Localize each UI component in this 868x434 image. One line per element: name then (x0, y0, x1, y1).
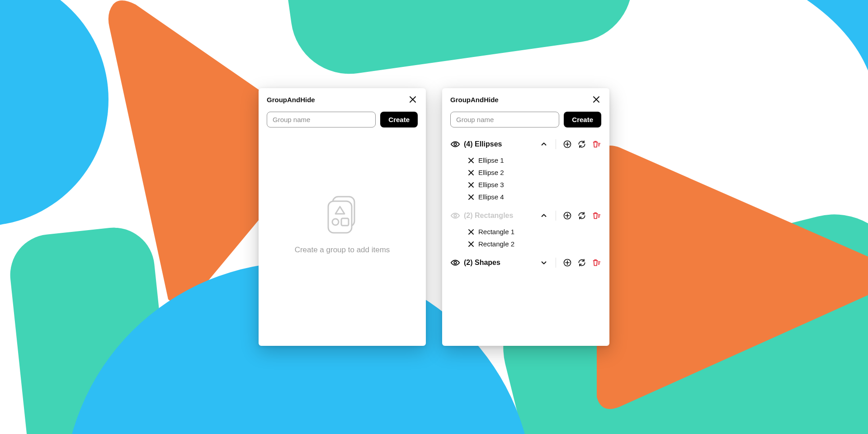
list-item: Ellipse 2 (467, 168, 601, 177)
group-name-input[interactable] (450, 112, 559, 127)
svg-point-12 (454, 214, 457, 217)
delete-icon[interactable] (591, 258, 601, 268)
divider (556, 258, 556, 268)
empty-state-icon (325, 195, 360, 236)
list-item: Ellipse 1 (467, 156, 601, 165)
delete-icon[interactable] (591, 139, 601, 149)
item-name: Ellipse 1 (478, 156, 504, 164)
remove-icon[interactable] (467, 193, 475, 201)
remove-icon[interactable] (467, 169, 475, 176)
group-label[interactable]: (2) Rectangles (464, 212, 513, 220)
remove-icon[interactable] (467, 181, 475, 189)
close-button[interactable] (591, 94, 601, 104)
sync-icon[interactable] (577, 258, 587, 268)
sync-icon[interactable] (577, 139, 587, 149)
group-header: (2) Rectangles (450, 208, 601, 223)
empty-state-text: Create a group to add items (295, 245, 390, 255)
chevron-up-icon[interactable] (539, 140, 548, 149)
panel-title: GroupAndHide (450, 96, 499, 104)
item-name: Ellipse 2 (478, 169, 504, 176)
add-icon[interactable] (562, 139, 572, 149)
group-actions (562, 211, 601, 221)
eye-icon[interactable] (450, 258, 460, 268)
group-header: (4) Ellipses (450, 137, 601, 152)
group-items: Ellipse 1Ellipse 2Ellipse 3Ellipse 4 (450, 155, 601, 205)
panel-groups: GroupAndHide Create (4) EllipsesEllipse … (442, 88, 609, 346)
close-icon (593, 96, 600, 103)
sync-icon[interactable] (577, 211, 587, 221)
item-name: Rectangle 1 (478, 228, 514, 236)
group-actions (562, 258, 601, 268)
panel-empty: GroupAndHide Create Create a group to ad… (259, 88, 426, 346)
divider (556, 211, 556, 221)
svg-point-10 (454, 143, 457, 146)
list-item: Ellipse 3 (467, 180, 601, 189)
close-button[interactable] (408, 94, 418, 104)
chevron-down-icon[interactable] (539, 258, 548, 267)
eye-icon[interactable] (450, 211, 460, 221)
group-actions (562, 139, 601, 149)
delete-icon[interactable] (591, 211, 601, 221)
add-icon[interactable] (562, 211, 572, 221)
create-button[interactable]: Create (564, 112, 601, 127)
remove-icon[interactable] (467, 241, 475, 248)
list-item: Rectangle 2 (467, 239, 601, 249)
group-label[interactable]: (2) Shapes (464, 259, 500, 267)
panel-title: GroupAndHide (267, 96, 315, 104)
eye-icon[interactable] (450, 139, 460, 149)
item-name: Ellipse 4 (478, 193, 504, 201)
remove-icon[interactable] (467, 228, 475, 236)
divider (556, 139, 556, 149)
group-header: (2) Shapes (450, 255, 601, 270)
svg-rect-7 (328, 201, 352, 233)
list-item: Ellipse 4 (467, 192, 601, 202)
item-name: Rectangle 2 (478, 240, 514, 248)
chevron-up-icon[interactable] (539, 211, 548, 220)
remove-icon[interactable] (467, 157, 475, 164)
svg-point-14 (454, 261, 457, 264)
item-name: Ellipse 3 (478, 181, 504, 189)
list-item: Rectangle 1 (467, 227, 601, 236)
group-label[interactable]: (4) Ellipses (464, 140, 502, 148)
close-icon (409, 96, 416, 103)
add-icon[interactable] (562, 258, 572, 268)
group-items: Rectangle 1Rectangle 2 (450, 226, 601, 252)
